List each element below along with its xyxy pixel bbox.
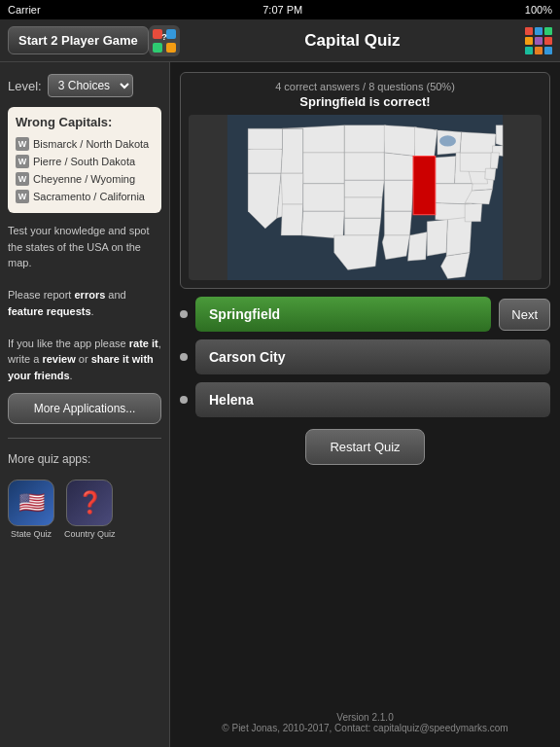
carrier-label: Carrier <box>8 4 41 16</box>
bullet-3 <box>180 396 188 404</box>
svg-marker-26 <box>384 211 411 235</box>
more-applications-button[interactable]: More Applications... <box>8 393 161 424</box>
svg-marker-15 <box>303 184 345 211</box>
wrong-badge-3: W <box>16 172 29 186</box>
wrong-item-4: W Sacramento / California <box>16 188 154 205</box>
level-select[interactable]: 3 Choices 2 Choices 4 Choices 5 Choices <box>48 74 133 97</box>
svg-marker-7 <box>248 149 282 173</box>
divider <box>8 438 161 439</box>
status-bar: Carrier 7:07 PM 100% <box>0 0 560 19</box>
feature-requests-link[interactable]: feature requests <box>8 305 91 317</box>
svg-marker-16 <box>301 211 344 238</box>
svg-marker-13 <box>281 173 303 204</box>
restart-quiz-button[interactable]: Restart Quiz <box>305 429 424 465</box>
svg-marker-27 <box>382 235 409 260</box>
wrong-item-2: W Pierre / South Dakota <box>16 153 154 170</box>
more-quiz-label: More quiz apps: <box>8 452 161 466</box>
svg-marker-18 <box>344 153 384 180</box>
wrong-item-label-1: Bismarck / North Dakota <box>33 138 149 150</box>
sidebar-description: Test your knowledge and spot the states … <box>8 223 161 383</box>
start-2player-button[interactable]: Start 2 Player Game <box>8 26 149 54</box>
svg-marker-14 <box>281 204 303 235</box>
battery-label: 100% <box>525 4 552 16</box>
country-quiz-label: Country Quiz <box>64 529 116 539</box>
country-quiz-item[interactable]: ❓ Country Quiz <box>64 480 116 539</box>
copyright-text: © Piet Jonas, 2010-2017, Contact: capita… <box>184 723 546 733</box>
level-label: Level: <box>8 79 42 93</box>
svg-marker-21 <box>344 218 381 235</box>
time-label: 7:07 PM <box>262 4 302 16</box>
app-icon: ? <box>149 25 180 56</box>
quiz-stats: 4 correct answers / 8 questions (50%) <box>189 81 542 92</box>
svg-rect-3 <box>166 43 176 53</box>
map-container <box>189 115 542 280</box>
correct-answer-text: Springfield is correct! <box>189 94 542 109</box>
svg-marker-37 <box>446 217 472 256</box>
bullet-1 <box>180 310 188 318</box>
wrong-capitals-box: Wrong Capitals: W Bismarck / North Dakot… <box>8 107 161 213</box>
svg-marker-28 <box>415 127 438 160</box>
svg-marker-25 <box>384 180 413 211</box>
answer-button-1[interactable]: Springfield <box>195 297 491 332</box>
svg-marker-19 <box>344 180 384 197</box>
grid-icon <box>525 27 552 54</box>
page-title: Capital Quiz <box>180 31 525 51</box>
wrong-badge-1: W <box>16 137 29 151</box>
svg-marker-10 <box>281 128 303 173</box>
state-quiz-icon: 🇺🇸 <box>8 480 54 526</box>
wrong-badge-2: W <box>16 155 29 168</box>
map-panel: 4 correct answers / 8 questions (50%) Sp… <box>180 72 550 289</box>
svg-marker-45 <box>496 125 503 146</box>
svg-rect-2 <box>153 43 162 53</box>
main-layout: Level: 3 Choices 2 Choices 4 Choices 5 C… <box>0 62 560 747</box>
restart-row: Restart Quiz <box>180 429 550 465</box>
us-map <box>189 115 542 280</box>
country-quiz-icon: ❓ <box>66 480 113 526</box>
svg-marker-24 <box>384 153 414 180</box>
next-button[interactable]: Next <box>499 299 550 331</box>
svg-marker-6 <box>248 128 282 153</box>
version-text: Version 2.1.0 <box>184 712 546 723</box>
svg-marker-31 <box>436 157 456 184</box>
footer: Version 2.1.0 © Piet Jonas, 2010-2017, C… <box>180 708 550 737</box>
svg-marker-17 <box>344 125 386 153</box>
svg-marker-35 <box>407 231 427 261</box>
wrong-item-3: W Cheyenne / Wyoming <box>16 170 154 188</box>
state-quiz-label: State Quiz <box>11 529 52 539</box>
wrong-item-1: W Bismarck / North Dakota <box>16 135 154 153</box>
wrong-item-label-2: Pierre / South Dakota <box>33 156 135 167</box>
rate-link[interactable]: rate it <box>129 338 158 349</box>
answer-row-1: Springfield Next <box>180 297 550 332</box>
review-link[interactable]: review <box>42 353 75 365</box>
svg-marker-39 <box>465 203 482 222</box>
svg-rect-49 <box>413 157 436 215</box>
wrong-item-label-3: Cheyenne / Wyoming <box>33 173 135 185</box>
answer-button-3[interactable]: Helena <box>195 382 550 417</box>
wrong-item-label-4: Sacramento / California <box>33 191 145 202</box>
content-area: 4 correct answers / 8 questions (50%) Sp… <box>170 62 560 747</box>
svg-marker-12 <box>303 153 345 184</box>
state-quiz-item[interactable]: 🇺🇸 State Quiz <box>8 480 54 539</box>
svg-marker-36 <box>427 220 447 257</box>
header: Start 2 Player Game ? Capital Quiz <box>0 19 560 62</box>
answer-row-3: Helena <box>180 382 550 417</box>
errors-link[interactable]: errors <box>74 289 105 301</box>
svg-marker-23 <box>384 125 416 157</box>
app-icons-row: 🇺🇸 State Quiz ❓ Country Quiz <box>8 480 161 539</box>
answer-row-2: Carson City <box>180 339 550 374</box>
svg-marker-20 <box>344 197 382 218</box>
sidebar: Level: 3 Choices 2 Choices 4 Choices 5 C… <box>0 62 170 747</box>
bullet-2 <box>180 353 188 361</box>
svg-marker-48 <box>485 168 496 180</box>
answer-button-2[interactable]: Carson City <box>195 339 550 374</box>
svg-text:?: ? <box>161 32 167 42</box>
wrong-badge-4: W <box>16 190 29 203</box>
share-link[interactable]: share it with your friends <box>8 353 154 381</box>
level-row: Level: 3 Choices 2 Choices 4 Choices 5 C… <box>8 74 161 97</box>
svg-point-50 <box>439 135 456 146</box>
svg-rect-1 <box>166 29 176 39</box>
svg-marker-44 <box>460 132 496 153</box>
wrong-capitals-title: Wrong Capitals: <box>16 115 154 129</box>
